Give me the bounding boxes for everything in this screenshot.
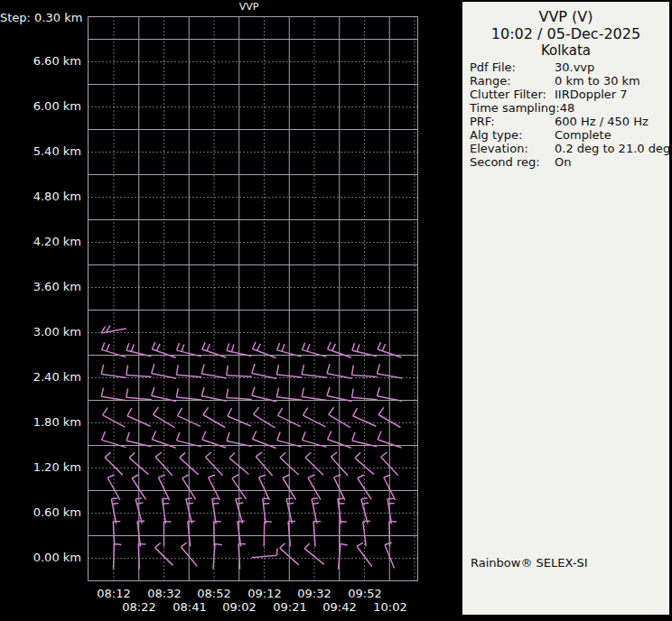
field-value: IIRDoppler 7 — [555, 88, 628, 101]
field-value: On — [555, 155, 571, 169]
x-axis-label: 08:12 — [90, 588, 137, 600]
x-axis-label: 09:12 — [241, 588, 288, 600]
field-value: Complete — [555, 128, 611, 142]
field-value: 600 Hz / 450 Hz — [555, 115, 649, 128]
x-axis-label: 08:22 — [116, 601, 163, 614]
info-field-row: Second reg:On — [470, 155, 666, 169]
plot-frame — [89, 17, 418, 581]
x-axis-label: 10:02 — [367, 601, 414, 614]
x-axis-label: 08:32 — [141, 588, 188, 600]
plot-title: VVP — [84, 1, 414, 13]
wind-barb-chart — [0, 0, 462, 621]
step-label: Step: 0.30 km — [0, 11, 81, 25]
x-axis-label: 08:41 — [166, 601, 213, 614]
field-value: 48 — [560, 101, 575, 115]
field-label: Range: — [470, 74, 555, 88]
x-axis-label: 09:32 — [291, 588, 338, 600]
panel-title: VVP (V) — [462, 2, 669, 25]
panel-datetime: 10:02 / 05-Dec-2025 — [462, 25, 669, 42]
info-field-row: Time sampling:48 — [470, 101, 666, 115]
x-axis-label: 09:21 — [266, 601, 313, 614]
y-axis-label: 6.60 km — [0, 54, 81, 69]
grid-layer — [89, 17, 418, 581]
info-field-row: Elevation:0.2 deg to 21.0 deg — [470, 142, 666, 155]
field-label: PRF: — [470, 115, 555, 128]
y-axis-label: 5.40 km — [0, 144, 81, 159]
x-axis-label: 09:42 — [316, 601, 363, 614]
field-label: Clutter Filter: — [470, 88, 555, 101]
info-panel: VVP (V) 10:02 / 05-Dec-2025 Kolkata Pdf … — [462, 2, 669, 615]
y-axis-label: 0.60 km — [0, 505, 81, 520]
info-field-row: Range:0 km to 30 km — [470, 74, 666, 88]
field-label: Alg type: — [470, 128, 555, 142]
info-field-row: PRF:600 Hz / 450 Hz — [470, 115, 666, 128]
panel-site: Kolkata — [462, 42, 669, 60]
field-value: 30.vvp — [555, 60, 594, 74]
brand-footer: Rainbow® SELEX-SI — [471, 556, 588, 570]
field-label: Elevation: — [470, 142, 555, 155]
y-axis-label: 2.40 km — [0, 370, 81, 385]
info-field-row: Alg type:Complete — [470, 128, 666, 142]
y-axis-label: 3.00 km — [0, 325, 81, 339]
field-value: 0 km to 30 km — [555, 74, 640, 88]
field-label: Pdf File: — [470, 60, 555, 74]
plot-area: VVP Step: 0.30 km 6.60 km 6.00 km 5.40 k… — [0, 0, 462, 621]
y-axis-label: 4.20 km — [0, 235, 81, 249]
y-axis-label: 0.00 km — [0, 551, 81, 565]
x-axis-label: 08:52 — [191, 588, 238, 600]
y-axis-label: 6.00 km — [0, 99, 81, 114]
info-field-row: Clutter Filter:IIRDoppler 7 — [470, 88, 666, 101]
info-fields: Pdf File:30.vvp Range:0 km to 30 km Clut… — [462, 60, 669, 169]
info-field-row: Pdf File:30.vvp — [470, 60, 666, 74]
y-axis-label: 4.80 km — [0, 190, 81, 204]
x-axis-label: 09:52 — [341, 588, 388, 600]
vvp-window: VVP Step: 0.30 km 6.60 km 6.00 km 5.40 k… — [0, 0, 672, 621]
x-axis-label: 09:02 — [216, 601, 263, 614]
y-axis-label: 1.20 km — [0, 460, 81, 475]
barb-layer — [101, 326, 402, 570]
y-axis-label: 1.80 km — [0, 415, 81, 430]
field-value: 0.2 deg to 21.0 deg — [555, 142, 670, 155]
y-axis-label: 3.60 km — [0, 280, 81, 294]
field-label: Time sampling: — [470, 101, 560, 115]
field-label: Second reg: — [470, 155, 555, 169]
